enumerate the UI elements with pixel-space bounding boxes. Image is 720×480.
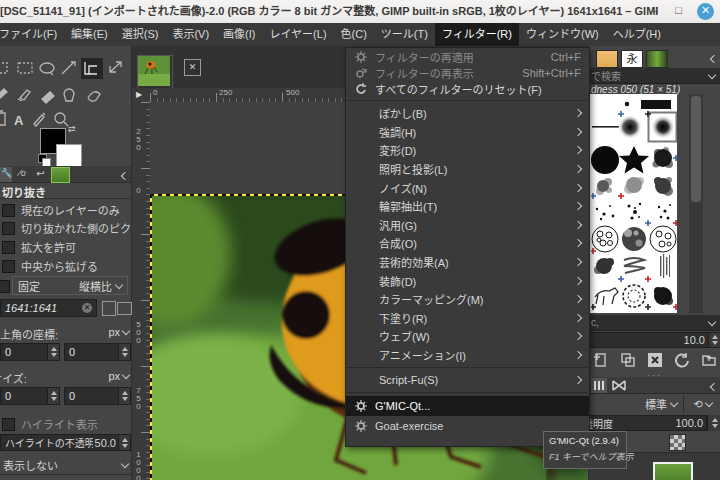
clear-icon[interactable]: ✕ (82, 303, 92, 313)
checkbox-icon[interactable] (2, 241, 15, 254)
menuitem-enhance[interactable]: 強調(H) (346, 123, 589, 142)
image-tab-thumbnail[interactable] (137, 55, 173, 89)
menuitem-render[interactable]: 下塗り(R) (346, 309, 589, 328)
tab-image-thumbnail[interactable] (51, 167, 70, 183)
close-button[interactable]: ✕ (697, 3, 714, 20)
menuitem-distorts[interactable]: 変形(D) (346, 141, 589, 160)
layer-mode-reset-button[interactable]: ⟲ (686, 395, 719, 413)
menuitem-web[interactable]: ウェブ(W) (346, 327, 589, 346)
dock-collapse-button[interactable] (708, 52, 718, 63)
brush-filter-input[interactable]: で検索 (589, 68, 720, 84)
size-unit-dropdown[interactable]: px (97, 368, 129, 383)
dock-collapse-button[interactable] (119, 169, 129, 180)
guides-dropdown[interactable]: 表示しない (0, 456, 131, 473)
checkbox-icon[interactable] (2, 204, 15, 217)
menuitem-blur[interactable]: ぼかし(B) (346, 104, 589, 123)
spin-up-icon[interactable] (51, 391, 57, 395)
close-image-tab-icon[interactable]: ✕ (184, 59, 201, 76)
option-current-layer-only[interactable]: 現在のレイヤーのみ (2, 202, 130, 218)
option-highlight[interactable]: ハイライト表示 (2, 416, 130, 432)
checkbox-icon[interactable] (2, 222, 15, 235)
menu-tools[interactable]: ツール(T) (374, 23, 435, 46)
menu-image[interactable]: 画像(I) (216, 23, 262, 46)
portrait-orientation-icon[interactable] (102, 301, 116, 316)
titlebar[interactable]: [DSC_51141_91] (インポートされた画像)-2.0 (RGB カラー… (0, 0, 720, 24)
landscape-orientation-icon[interactable] (117, 302, 132, 315)
spin-down-icon[interactable] (122, 397, 128, 401)
position-unit-dropdown[interactable]: px (97, 324, 129, 339)
swap-colors-icon[interactable]: ⇄ (68, 124, 76, 134)
spin-down-icon[interactable] (122, 444, 128, 448)
size-width-field[interactable]: 0 (0, 387, 60, 405)
menuitem-edge-detect[interactable]: 輪郭抽出(T) (346, 197, 589, 216)
layer-opacity-slider[interactable]: 不透明度 100.0 (589, 415, 707, 431)
fixed-frame[interactable]: 固定 縦横比 (12, 276, 128, 295)
spin-down-icon[interactable] (122, 353, 128, 357)
spin-down-icon[interactable] (712, 341, 718, 345)
brush-grid-scrollbar[interactable] (689, 94, 703, 313)
tag-entry[interactable]: c, (589, 315, 720, 331)
fixed-value-dropdown[interactable]: 縦横比 (79, 278, 112, 294)
menu-select[interactable]: 選択(S) (115, 23, 166, 46)
tab-patterns-thumbnail[interactable] (596, 50, 618, 68)
tab-fonts[interactable]: 永 (621, 50, 643, 68)
size-height-field[interactable]: 0 (64, 387, 131, 405)
menu-layer[interactable]: レイヤー(L) (262, 23, 333, 46)
tab-brush-editor[interactable] (591, 378, 607, 393)
menuitem-combine[interactable]: 合成(O) (346, 234, 589, 253)
menu-view[interactable]: 表示(V) (165, 23, 216, 46)
layer-thumbnail[interactable] (653, 462, 693, 480)
option-delete-cropped-pixels[interactable]: 切り抜かれた側のピクセルの削除 (2, 220, 130, 236)
dock-collapse-button[interactable] (708, 380, 718, 391)
spin-down-icon[interactable] (51, 397, 57, 401)
menuitem-reset-all-filters[interactable]: すべてのフィルターのリセット(F) (346, 81, 589, 97)
ruler-corner-button[interactable]: ▶ (132, 88, 151, 103)
menu-colors[interactable]: 色(C) (334, 23, 374, 46)
vertical-ruler[interactable]: 250 0 500 750 1000 (132, 102, 151, 480)
spin-up-icon[interactable] (712, 335, 718, 339)
menuitem-script-fu[interactable]: Script-Fu(S) (346, 371, 589, 389)
position-x-field[interactable]: 0 (0, 343, 60, 361)
spin-up-icon[interactable] (122, 347, 128, 351)
position-y-field[interactable]: 0 (64, 343, 131, 361)
minimize-button[interactable]: – (645, 3, 662, 20)
menuitem-generic[interactable]: 汎用(G) (346, 216, 589, 235)
duplicate-brush-icon[interactable] (620, 352, 636, 368)
menuitem-gmic-qt[interactable]: G'MIC-Qt... (346, 396, 589, 416)
menu-windows[interactable]: ウィンドウ(W) (519, 23, 606, 46)
tab-device-status[interactable]: ∕o (15, 168, 30, 181)
spin-down-icon[interactable] (51, 353, 57, 357)
tab-tool-options[interactable]: 🔧 (0, 167, 12, 182)
lock-alpha-icon[interactable] (669, 434, 686, 451)
maximize-button[interactable]: □ (670, 3, 687, 20)
menuitem-noise[interactable]: ノイズ(N) (346, 178, 589, 197)
toolbox[interactable]: A (0, 58, 132, 138)
open-brush-as-image-icon[interactable] (701, 352, 717, 368)
menu-edit[interactable]: 編集(E) (64, 23, 115, 46)
delete-brush-icon[interactable] (647, 352, 663, 368)
highlight-opacity-slider[interactable]: ハイライトの不透明度 50.0 (0, 434, 131, 451)
menuitem-artistic[interactable]: 芸術的効果(A) (346, 253, 589, 272)
menuitem-map[interactable]: カラーマッピング(M) (346, 290, 589, 309)
new-brush-icon[interactable] (593, 352, 609, 368)
spin-up-icon[interactable] (122, 438, 128, 442)
brush-grid[interactable] (589, 94, 677, 313)
option-allow-growing[interactable]: 拡大を許可 (2, 239, 130, 255)
menu-help[interactable]: ヘルプ(H) (606, 23, 668, 46)
menuitem-decor[interactable]: 装飾(D) (346, 271, 589, 290)
tab-gradients-thumbnail[interactable] (646, 50, 668, 68)
opacity-spinner[interactable] (707, 415, 720, 431)
layer-mode-dropdown[interactable]: 標準 (589, 395, 681, 413)
spin-up-icon[interactable] (122, 391, 128, 395)
menu-file[interactable]: ファイル(F) (0, 23, 64, 46)
tab-symmetry[interactable] (611, 379, 627, 392)
checkbox-icon[interactable] (2, 260, 15, 273)
refresh-brushes-icon[interactable] (674, 352, 690, 368)
menu-filters[interactable]: フィルター(R) (435, 23, 519, 46)
option-expand-from-center[interactable]: 中央から拡げる (2, 258, 130, 274)
fixed-checkbox-icon[interactable] (0, 280, 10, 293)
spin-up-icon[interactable] (51, 347, 57, 351)
tab-undo-history[interactable]: ↩ (33, 168, 48, 181)
scrollbar-thumb[interactable] (691, 96, 701, 202)
menuitem-animation[interactable]: アニメーション(I) (346, 346, 589, 365)
